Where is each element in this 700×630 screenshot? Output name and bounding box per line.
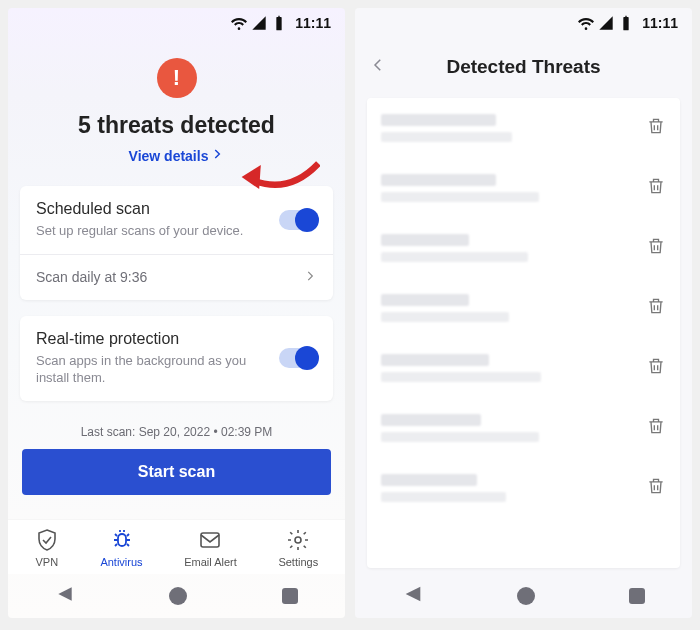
view-details-label: View details [129,148,209,164]
battery-icon [618,15,634,31]
delete-icon[interactable] [646,236,666,260]
nav-home[interactable] [169,587,187,605]
delete-icon[interactable] [646,296,666,320]
delete-icon[interactable] [646,176,666,200]
threat-item-text [381,414,539,442]
threat-item-text [381,354,541,382]
delete-icon[interactable] [646,416,666,440]
threat-item[interactable] [381,98,666,158]
tab-vpn[interactable]: VPN [35,528,59,568]
schedule-time-row[interactable]: Scan daily at 9:36 [36,269,317,286]
threat-item-text [381,174,539,202]
bug-icon [110,528,134,554]
delete-icon[interactable] [646,356,666,380]
svg-point-1 [295,537,301,543]
clock: 11:11 [642,15,678,31]
scheduled-title: Scheduled scan [36,200,243,218]
threat-item[interactable] [381,218,666,278]
chevron-right-icon [303,269,317,286]
scheduled-sub: Set up regular scans of your device. [36,222,243,240]
nav-back[interactable] [55,584,75,608]
last-scan-label: Last scan: Sep 20, 2022 • 02:39 PM [8,425,345,439]
view-details-link[interactable]: View details [129,147,225,164]
threat-item[interactable] [381,458,666,518]
antivirus-main-screen: 11:11 ! 5 threats detected View details … [8,8,345,618]
bottom-tabbar: VPN Antivirus Email Alert Settings [8,519,345,574]
clock: 11:11 [295,15,331,31]
gear-icon [286,528,310,554]
signal-icon [251,15,267,31]
threat-item[interactable] [381,278,666,338]
start-scan-button[interactable]: Start scan [22,449,331,495]
threat-item[interactable] [381,158,666,218]
scheduled-toggle[interactable] [279,210,317,230]
threat-list [367,98,680,568]
threat-summary: ! 5 threats detected View details [8,38,345,178]
realtime-toggle[interactable] [279,348,317,368]
delete-icon[interactable] [646,476,666,500]
threat-item-text [381,474,506,502]
threat-item-text [381,234,528,262]
divider [20,254,333,255]
threat-item[interactable] [381,338,666,398]
tab-label: Email Alert [184,556,237,568]
threat-count-title: 5 threats detected [78,112,275,139]
tab-label: Antivirus [100,556,142,568]
svg-rect-0 [201,533,219,547]
signal-icon [598,15,614,31]
status-bar: 11:11 [355,8,692,38]
mail-icon [198,528,222,554]
tab-antivirus[interactable]: Antivirus [100,528,142,568]
shield-icon [35,528,59,554]
nav-home[interactable] [517,587,535,605]
battery-icon [271,15,287,31]
back-button[interactable] [369,56,387,78]
nav-recent[interactable] [282,588,298,604]
threats-header: Detected Threats [355,38,692,92]
delete-icon[interactable] [646,116,666,140]
tab-email[interactable]: Email Alert [184,528,237,568]
threat-item-text [381,114,512,142]
android-nav [8,574,345,618]
nav-recent[interactable] [629,588,645,604]
realtime-sub: Scan apps in the background as you insta… [36,352,266,387]
tab-settings[interactable]: Settings [278,528,318,568]
page-title: Detected Threats [446,56,600,78]
tab-label: Settings [278,556,318,568]
tab-label: VPN [35,556,58,568]
alert-icon: ! [157,58,197,98]
wifi-icon [231,15,247,31]
nav-back[interactable] [402,583,424,609]
detected-threats-screen: 11:11 Detected Threats [355,8,692,618]
threat-item[interactable] [381,398,666,458]
schedule-time-label: Scan daily at 9:36 [36,269,147,285]
realtime-card: Real-time protection Scan apps in the ba… [20,316,333,401]
chevron-right-icon [210,147,224,164]
scheduled-scan-card: Scheduled scan Set up regular scans of y… [20,186,333,300]
android-nav [355,574,692,618]
wifi-icon [578,15,594,31]
status-bar: 11:11 [8,8,345,38]
threat-item-text [381,294,509,322]
realtime-title: Real-time protection [36,330,266,348]
